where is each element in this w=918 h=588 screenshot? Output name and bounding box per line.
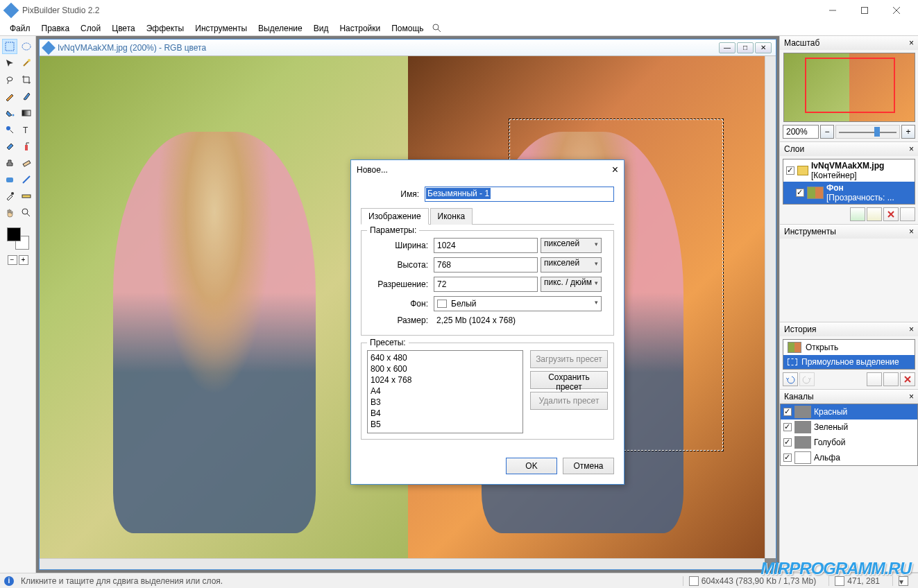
layers-close-icon[interactable]: × [909,144,914,154]
channels-close-icon[interactable]: × [909,392,914,401]
name-input[interactable]: Безымянный - 1 [425,187,614,202]
zoom-tool[interactable] [19,205,34,220]
delete-layer-button[interactable] [883,207,899,221]
text-tool[interactable]: T [19,122,34,137]
history-list[interactable]: Открыть Прямоульное выделение [783,339,915,370]
search-icon[interactable] [432,24,442,33]
window-close-button[interactable] [881,0,912,21]
document-titlebar[interactable]: IvNqVMAakXM.jpg (200%) - RGB цвета — □ ✕ [40,40,776,56]
status-toggle-icon[interactable]: ▾ [899,576,908,586]
crop-tool[interactable] [19,72,34,87]
history-close-icon[interactable]: × [909,325,914,334]
height-unit-select[interactable]: пикселей [541,257,602,273]
layer-properties-button[interactable] [900,207,915,221]
channel-row[interactable]: Голубой [781,435,917,450]
lasso-tool[interactable] [2,72,17,87]
gradient-tool[interactable] [19,105,34,121]
dialog-close-button[interactable]: × [612,164,618,176]
document-close-button[interactable]: ✕ [755,42,772,53]
history-dup-button[interactable] [883,372,899,386]
preset-item[interactable]: B5 [371,419,520,430]
channel-row[interactable]: Альфа [781,450,917,465]
menu-layer[interactable]: Слой [75,22,106,35]
ellipse-select-tool[interactable] [19,39,34,54]
save-preset-button[interactable]: Сохранить пресет [530,371,608,389]
menu-colors[interactable]: Цвета [106,22,140,35]
menu-effects[interactable]: Эффекты [141,22,190,35]
eyedropper-tool[interactable] [2,189,17,204]
document-minimize-button[interactable]: — [719,42,736,53]
layer-row[interactable]: Фон [Прозрачность: ... [783,182,915,204]
preset-item[interactable]: 1024 x 768 [371,374,520,386]
navigator-thumbnail[interactable] [783,53,915,122]
menu-view[interactable]: Вид [308,22,334,35]
history-item[interactable]: Прямоульное выделение [783,355,915,369]
menu-selection[interactable]: Выделение [253,22,308,35]
resolution-input[interactable] [434,277,538,292]
measure-tool[interactable] [19,189,34,204]
magic-wand-tool[interactable] [19,55,34,71]
ok-button[interactable]: OK [506,458,557,474]
channel-row[interactable]: Зеленый [781,420,917,435]
resolution-unit-select[interactable]: пикс. / дюйм [541,277,602,292]
horizontal-scrollbar[interactable] [40,558,765,569]
new-layer-button[interactable] [850,207,865,221]
zoom-input[interactable] [783,125,819,139]
zoom-in-button[interactable]: + [19,255,28,265]
menu-settings[interactable]: Настройки [334,22,386,35]
pencil-tool[interactable] [2,89,17,104]
tab-image[interactable]: Изображение [361,208,429,225]
vertical-scrollbar[interactable] [765,56,776,558]
color-swatch[interactable] [7,227,29,250]
eraser-tool[interactable] [2,139,17,154]
dialog-titlebar[interactable]: Новое... × [351,160,624,180]
navigator-close-icon[interactable]: × [909,38,914,48]
window-minimize-button[interactable] [817,0,849,21]
layer-visibility-checkbox[interactable] [796,189,804,197]
layers-list[interactable]: IvNqVMAakXM.jpg [Контейнер] Фон [Прозрач… [783,159,915,205]
window-maximize-button[interactable] [849,0,881,21]
spray-tool[interactable] [19,139,34,154]
width-unit-select[interactable]: пикселей [541,238,602,253]
line-tool[interactable] [19,172,34,187]
width-input[interactable] [434,238,538,253]
channel-visibility-checkbox[interactable] [783,423,792,431]
tab-icon[interactable]: Иконка [430,208,473,225]
preset-item[interactable]: A4 [371,386,520,397]
presets-list[interactable]: 640 x 480 800 x 600 1024 x 768 A4 B3 B4 … [367,350,523,433]
zoom-minus-button[interactable]: − [820,125,834,139]
preset-item[interactable]: B4 [371,408,520,419]
preset-item[interactable]: B3 [371,397,520,408]
undo-button[interactable] [783,372,798,386]
delete-preset-button[interactable]: Удалить пресет [530,392,608,410]
zoom-slider[interactable] [835,125,900,139]
foreground-color[interactable] [7,227,21,241]
height-input[interactable] [434,257,538,273]
new-folder-button[interactable] [867,207,882,221]
navigator-view-rect[interactable] [805,58,895,113]
replace-color-tool[interactable] [2,122,17,137]
menu-help[interactable]: Помощь [386,22,429,35]
channel-row[interactable]: Красный [781,404,917,420]
brush-tool[interactable] [19,89,34,104]
cancel-button[interactable]: Отмена [563,458,614,474]
history-new-button[interactable] [867,372,882,386]
preset-item[interactable]: 800 x 600 [371,363,520,374]
preset-item[interactable]: 640 x 480 [371,352,520,363]
layer-row[interactable]: IvNqVMAakXM.jpg [Контейнер] [783,159,915,182]
channel-visibility-checkbox[interactable] [783,408,792,416]
layer-visibility-checkbox[interactable] [786,166,794,175]
history-item[interactable]: Открыть [783,340,915,355]
move-tool[interactable] [2,55,17,71]
shape-tool[interactable] [2,172,17,187]
fill-tool[interactable] [2,105,17,121]
zoom-out-button[interactable]: − [8,255,17,265]
channel-visibility-checkbox[interactable] [783,438,792,447]
menu-edit[interactable]: Правка [36,22,76,35]
redo-button[interactable] [799,372,815,386]
heal-tool[interactable] [19,155,34,171]
zoom-plus-button[interactable]: + [901,125,915,139]
menu-tools[interactable]: Инструменты [189,22,253,35]
stamp-tool[interactable] [2,155,17,171]
menu-file[interactable]: Файл [4,22,36,35]
